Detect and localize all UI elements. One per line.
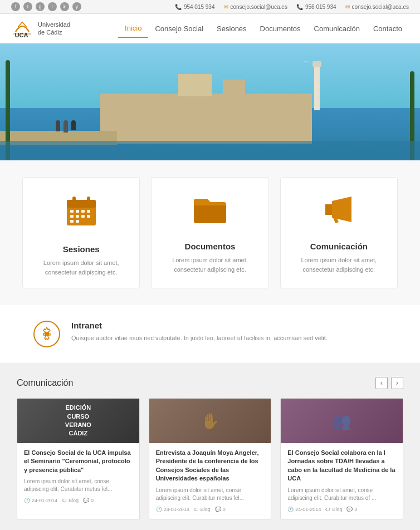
nav-sesiones[interactable]: Sesiones (210, 20, 253, 37)
linkedin-icon[interactable]: in (60, 2, 69, 11)
nav-consejo-social[interactable]: Consejo Social (148, 20, 210, 37)
news-title-3[interactable]: El Consejo Social colabora en la I Jorna… (287, 449, 396, 483)
email-address-2: consejo.social@uca.es (352, 4, 409, 10)
rss-icon[interactable]: r (48, 2, 57, 11)
comunicacion-service-desc: Lorem ipsum dolor sit amet, consectetur … (290, 256, 388, 274)
comunicacion-section: Comunicación ‹ › EDICIÓNCURSOVERANOCÁDIZ… (0, 364, 420, 530)
news-img-3: 👥 (281, 399, 403, 443)
logo-icon: UCA (11, 18, 33, 38)
news-category-2: 🏷Blog (194, 507, 211, 512)
header: UCA Universidad de Cádiz Inicio Consejo … (0, 14, 420, 43)
news-count-2: 💬0 (215, 507, 226, 512)
news-meta-3: 🕐24-01-2014 🏷Blog 💬0 (287, 507, 396, 512)
hero-image: ~ (0, 43, 420, 160)
next-arrow[interactable]: › (391, 377, 403, 389)
youtube-icon[interactable]: y (72, 2, 81, 11)
clock-icon-1: 🕐 (24, 498, 30, 503)
svg-rect-5 (70, 210, 74, 213)
nav-inicio[interactable]: Inicio (118, 19, 148, 38)
news-img-text-1: EDICIÓNCURSOVERANOCÁDIZ (65, 404, 91, 438)
news-card-3[interactable]: 👥 El Consejo Social colabora en la I Jor… (280, 398, 403, 519)
documentos-title: Documentos (160, 242, 259, 251)
news-count-3: 💬0 (346, 507, 357, 512)
news-meta-1: 🕐24-01-2014 🏷Blog 💬0 (24, 498, 133, 503)
services-section: Sesiones Lorem ipsum dolor sit amet, con… (0, 160, 420, 305)
phone-1: 📞 954 015 934 (175, 4, 215, 10)
news-excerpt-1: Lorem ipsum dolor sit amet, conse adipis… (24, 478, 133, 493)
news-excerpt-3: Lorem ipsum dolor sit amet, conse adipis… (287, 487, 396, 502)
news-category-3: 🏷Blog (325, 507, 342, 512)
logo[interactable]: UCA Universidad de Cádiz (11, 18, 70, 38)
prev-arrow[interactable]: ‹ (375, 377, 388, 389)
email-icon-1: ✉ (224, 4, 228, 10)
nav-contacto[interactable]: Contacto (367, 20, 409, 37)
comment-icon-3: 💬 (346, 507, 353, 512)
email-1: ✉ consejo.social@uca.es (224, 4, 287, 10)
tag-icon-3: 🏷 (325, 507, 330, 512)
clock-icon-3: 🕐 (287, 507, 294, 512)
svg-rect-3 (72, 197, 76, 204)
social-links[interactable]: f t g r in y (11, 2, 81, 11)
logo-text: Universidad de Cádiz (38, 21, 70, 37)
sesiones-desc: Lorem ipsum dolor sit amet, consectetur … (32, 258, 130, 277)
main-nav: Inicio Consejo Social Sesiones Documento… (118, 19, 409, 38)
twitter-icon[interactable]: t (23, 2, 32, 11)
university-name-line1: Universidad (38, 21, 70, 28)
news-body-1: El Consejo Social de la UCA impulsa el S… (17, 443, 139, 510)
folder-icon (192, 194, 228, 225)
intranet-icon-wrap[interactable] (33, 321, 60, 347)
documentos-desc: Lorem ipsum dolor sit amet, consectetur … (160, 256, 259, 274)
news-body-3: El Consejo Social colabora en la I Jorna… (281, 443, 403, 519)
sesiones-icon-area (23, 178, 139, 239)
gear-icon (39, 326, 55, 342)
sesiones-title: Sesiones (32, 244, 130, 254)
news-date-1: 🕐24-01-2014 (24, 498, 57, 503)
news-placeholder-3: 👥 (281, 399, 403, 443)
nav-comunicacion[interactable]: Comunicación (307, 20, 367, 37)
news-title-1[interactable]: El Consejo Social de la UCA impulsa el S… (24, 449, 133, 474)
svg-rect-8 (87, 210, 90, 213)
svg-rect-13 (70, 220, 74, 223)
contact-info: 📞 954 015 934 ✉ consejo.social@uca.es 📞 … (175, 4, 409, 10)
comunicacion-service-info: Comunicación Lorem ipsum dolor sit amet,… (281, 236, 397, 285)
news-title-2[interactable]: Entrevista a Joaquín Moya Angeler, Presi… (156, 449, 265, 483)
facebook-icon[interactable]: f (11, 2, 20, 11)
svg-rect-12 (87, 215, 90, 218)
comment-icon-1: 💬 (83, 498, 89, 503)
intranet-description: Quisque auctor vitae risus nec vulputate… (71, 333, 328, 343)
news-card-1[interactable]: EDICIÓNCURSOVERANOCÁDIZ El Consejo Socia… (17, 398, 140, 519)
svg-rect-2 (67, 200, 96, 208)
svg-rect-6 (76, 210, 79, 213)
news-date-3: 🕐24-01-2014 (287, 507, 321, 512)
googleplus-icon[interactable]: g (36, 2, 45, 11)
news-nav-arrows[interactable]: ‹ › (375, 377, 403, 389)
news-cards-container: EDICIÓNCURSOVERANOCÁDIZ El Consejo Socia… (17, 398, 403, 519)
email-icon-2: ✉ (345, 4, 350, 10)
news-excerpt-2: Lorem ipsum dolor sit amet, conse adipis… (156, 487, 265, 502)
phone-number-1: 954 015 934 (184, 4, 215, 10)
comunicacion-header: Comunicación ‹ › (17, 377, 403, 389)
sesiones-info: Sesiones Lorem ipsum dolor sit amet, con… (23, 239, 139, 288)
news-body-2: Entrevista a Joaquín Moya Angeler, Presi… (149, 443, 271, 519)
news-placeholder-2: ✋ (149, 399, 271, 443)
tag-icon-1: 🏷 (62, 498, 67, 503)
news-card-2[interactable]: ✋ Entrevista a Joaquín Moya Angeler, Pre… (149, 398, 272, 519)
documentos-info: Documentos Lorem ipsum dolor sit amet, c… (152, 236, 268, 285)
phone-icon-2: 📞 (296, 4, 303, 10)
news-img-1: EDICIÓNCURSOVERANOCÁDIZ (17, 399, 139, 443)
service-documentos[interactable]: Documentos Lorem ipsum dolor sit amet, c… (151, 177, 268, 288)
documentos-icon-area (152, 178, 268, 236)
news-meta-2: 🕐24-01-2014 🏷Blog 💬0 (156, 507, 265, 512)
news-date-2: 🕐24-01-2014 (156, 507, 189, 512)
svg-rect-10 (76, 215, 79, 218)
tag-icon-2: 🏷 (194, 507, 199, 512)
university-name-line2: de Cádiz (38, 28, 70, 36)
intranet-text: Intranet Quisque auctor vitae risus nec … (71, 321, 328, 343)
svg-rect-4 (87, 197, 90, 204)
nav-documentos[interactable]: Documentos (253, 20, 307, 37)
phone-icon-1: 📞 (175, 4, 182, 10)
service-sesiones[interactable]: Sesiones Lorem ipsum dolor sit amet, con… (22, 177, 140, 288)
news-img-2: ✋ (149, 399, 271, 443)
email-address-1: consejo.social@uca.es (231, 4, 287, 10)
service-comunicacion[interactable]: Comunicación Lorem ipsum dolor sit amet,… (280, 177, 398, 288)
